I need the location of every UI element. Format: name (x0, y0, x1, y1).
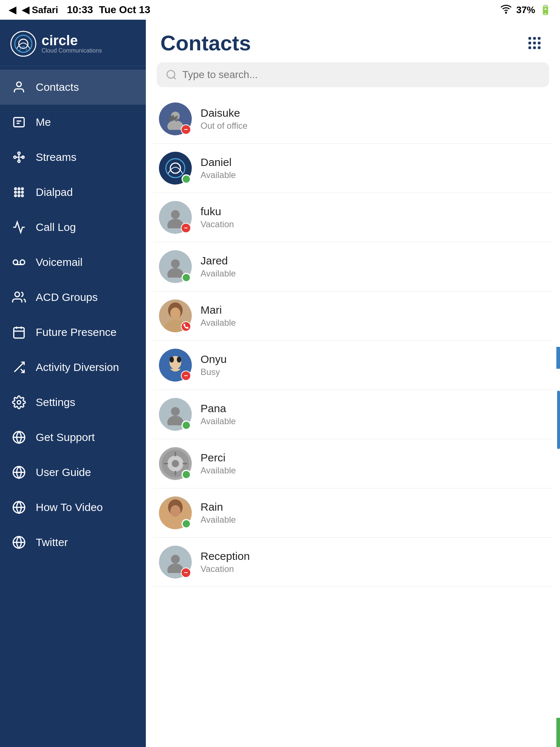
sidebar-item-calllog[interactable]: Call Log (0, 210, 146, 245)
sidebar-item-streams[interactable]: Streams (0, 140, 146, 175)
me-label: Me (36, 116, 51, 128)
contact-name: Daisuke (201, 107, 547, 119)
contacts-label: Contacts (36, 81, 79, 93)
dialpad-label: Dialpad (36, 186, 73, 198)
svg-point-2 (15, 35, 32, 53)
svg-point-15 (22, 191, 23, 193)
back-button[interactable]: ◀ (9, 4, 16, 16)
contact-item[interactable]: 🏍 Daisuke Out of office (153, 94, 553, 144)
contact-item[interactable]: Jared Available (153, 242, 553, 291)
svg-point-16 (15, 195, 16, 197)
svg-rect-41 (529, 42, 531, 44)
contact-item[interactable]: Reception Vacation (153, 538, 553, 587)
search-icon (166, 69, 177, 81)
sidebar-item-getsupport[interactable]: Get Support (0, 420, 146, 455)
contact-status: Available (201, 170, 547, 180)
contacts-icon (11, 79, 27, 95)
status-dot-available (182, 519, 191, 529)
userguide-icon (11, 464, 27, 480)
streams-icon (11, 149, 27, 165)
activitydiversion-label: Activity Diversion (36, 361, 119, 374)
svg-point-14 (18, 191, 20, 193)
avatar-wrap (159, 250, 192, 283)
wifi-icon (500, 3, 512, 17)
contact-info: Onyu Busy (201, 353, 547, 377)
scrollbar-thumb[interactable] (557, 391, 560, 449)
sidebar-item-dialpad[interactable]: Dialpad (0, 175, 146, 210)
contact-item[interactable]: fuku Vacation (153, 193, 553, 242)
sidebar-nav: Contacts Me Streams Dia (0, 66, 146, 747)
contact-status: Out of office (201, 121, 547, 131)
streams-label: Streams (36, 151, 77, 163)
svg-point-19 (13, 260, 18, 265)
search-input[interactable] (182, 69, 540, 81)
svg-point-11 (18, 188, 20, 190)
contact-name: Rain (201, 501, 547, 513)
contact-item[interactable]: Rain Available (153, 488, 553, 538)
svg-rect-43 (538, 42, 540, 44)
contact-name: Pana (201, 402, 547, 415)
sidebar-item-acdgroups[interactable]: ACD Groups (0, 280, 146, 315)
contact-status: Available (201, 515, 547, 525)
status-dot-available (182, 273, 191, 282)
status-dot-available (182, 421, 191, 430)
scroll-indicator-bottom (556, 718, 560, 747)
contact-item[interactable]: Mari Available (153, 291, 553, 341)
contact-item[interactable]: Perci Available (153, 439, 553, 488)
sidebar-item-twitter[interactable]: Twitter (0, 525, 146, 560)
search-bar[interactable] (157, 62, 549, 87)
scroll-indicator-mid (556, 347, 560, 369)
svg-point-9 (18, 160, 20, 162)
svg-point-59 (171, 259, 180, 268)
svg-point-64 (170, 307, 180, 319)
avatar-wrap: 🏍 (159, 102, 192, 135)
contact-name: Mari (201, 304, 547, 316)
contact-name: Daniel (201, 156, 547, 169)
settings-icon (11, 394, 27, 410)
status-bar: ◀ ◀ Safari 10:33 Tue Oct 13 37% 🔋 (0, 0, 560, 20)
svg-point-74 (172, 460, 179, 467)
svg-point-0 (506, 12, 507, 13)
contact-info: fuku Vacation (201, 205, 547, 229)
contact-info: Reception Vacation (201, 550, 547, 574)
browser-label: ◀ Safari (22, 4, 58, 16)
sidebar-item-voicemail[interactable]: Voicemail (0, 245, 146, 280)
svg-point-60 (167, 268, 183, 278)
contact-info: Jared Available (201, 255, 547, 279)
contact-status: Busy (201, 367, 547, 377)
status-dot-available (182, 470, 191, 479)
svg-rect-40 (538, 37, 540, 39)
sidebar-item-howtovideo[interactable]: How To Video (0, 490, 146, 525)
contact-status: Available (201, 416, 547, 426)
contact-name: fuku (201, 205, 547, 218)
me-icon (11, 114, 27, 130)
logo-subtitle: Cloud Communications (42, 47, 102, 54)
sidebar-item-userguide[interactable]: User Guide (0, 455, 146, 490)
contact-info: Daisuke Out of office (201, 107, 547, 131)
contact-item[interactable]: Pana Available (153, 390, 553, 439)
status-dot-vacation (181, 568, 191, 578)
svg-point-4 (17, 82, 22, 87)
logo-area: circle Cloud Communications (0, 20, 146, 66)
avatar-wrap (159, 398, 192, 431)
page-title: Contacts (160, 31, 251, 55)
activitydiversion-icon (11, 359, 27, 375)
avatar-wrap (159, 299, 192, 332)
sidebar-item-settings[interactable]: Settings (0, 385, 146, 420)
svg-point-29 (17, 400, 21, 404)
status-dot-busy (181, 371, 191, 381)
contacts-list: 🏍 Daisuke Out of office (146, 94, 560, 747)
contact-item[interactable]: Onyu Busy (153, 341, 553, 390)
sidebar-item-me[interactable]: Me (0, 105, 146, 140)
contact-item[interactable]: Daniel Available (153, 144, 553, 193)
sidebar-item-futurepresence[interactable]: Future Presence (0, 315, 146, 350)
contact-name: Perci (201, 452, 547, 464)
svg-line-48 (174, 77, 176, 79)
svg-point-12 (22, 188, 23, 190)
svg-point-68 (177, 357, 181, 363)
grid-view-button[interactable] (524, 32, 545, 54)
sidebar-item-activitydiversion[interactable]: Activity Diversion (0, 350, 146, 385)
sidebar-item-contacts[interactable]: Contacts (0, 70, 146, 105)
voicemail-icon (11, 254, 27, 270)
status-date: Tue Oct 13 (99, 4, 150, 16)
